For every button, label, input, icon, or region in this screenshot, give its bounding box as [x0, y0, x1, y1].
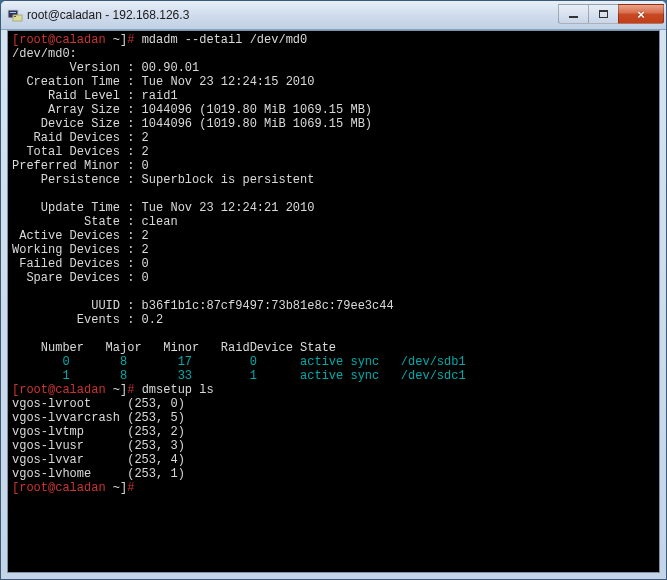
terminal-frame: [root@caladan ~]# mdadm --detail /dev/md… [7, 30, 660, 573]
close-button[interactable]: × [618, 4, 664, 24]
prompt-cwd: ~] [106, 33, 128, 47]
svg-rect-1 [10, 12, 16, 13]
mdadm-detail-4: Device Size : 1044096 (1019.80 MiB 1069.… [12, 117, 372, 131]
mdadm-detail-5: Raid Devices : 2 [12, 131, 149, 145]
mdadm-detail-12: Active Devices : 2 [12, 229, 149, 243]
command-dmsetup: dmsetup ls [134, 383, 213, 397]
mdadm-detail-14: Failed Devices : 0 [12, 257, 149, 271]
svg-rect-3 [14, 16, 16, 17]
table-row: 1 8 33 1 active sync /dev/sdc1 [12, 369, 466, 383]
terminal-content: [root@caladan ~]# mdadm --detail /dev/md… [12, 33, 659, 495]
list-item: vgos-lvvarcrash (253, 5) [12, 411, 185, 425]
prompt-userhost: [root@caladan [12, 383, 106, 397]
mdadm-detail-15: Spare Devices : 0 [12, 271, 149, 285]
mdadm-detail-7: Preferred Minor : 0 [12, 159, 149, 173]
table-row: 0 8 17 0 active sync /dev/sdb1 [12, 355, 466, 369]
minimize-button[interactable] [558, 4, 588, 24]
list-item: vgos-lvtmp (253, 2) [12, 425, 185, 439]
mdadm-detail-1: Creation Time : Tue Nov 23 12:24:15 2010 [12, 75, 314, 89]
maximize-button[interactable] [588, 4, 618, 24]
mdadm-table-header: Number Major Minor RaidDevice State [12, 341, 336, 355]
prompt-userhost: [root@caladan [12, 481, 106, 495]
mdadm-detail-0: Version : 00.90.01 [12, 61, 199, 75]
mdadm-detail-3: Array Size : 1044096 (1019.80 MiB 1069.1… [12, 103, 372, 117]
putty-window: root@caladan - 192.168.126.3 × [root@cal… [0, 0, 667, 580]
mdadm-device: /dev/md0: [12, 47, 77, 61]
window-controls: × [558, 4, 664, 24]
command-mdadm: mdadm --detail /dev/md0 [134, 33, 307, 47]
prompt-userhost: [root@caladan [12, 33, 106, 47]
prompt-cwd: ~] [106, 481, 128, 495]
mdadm-detail-17: UUID : b36f1b1c:87cf9497:73b81e8c:79ee3c… [12, 299, 394, 313]
mdadm-detail-6: Total Devices : 2 [12, 145, 149, 159]
mdadm-detail-11: State : clean [12, 215, 178, 229]
putty-icon [7, 7, 23, 23]
svg-rect-2 [13, 15, 22, 21]
list-item: vgos-lvhome (253, 1) [12, 467, 185, 481]
mdadm-detail-10: Update Time : Tue Nov 23 12:24:21 2010 [12, 201, 314, 215]
window-title: root@caladan - 192.168.126.3 [27, 8, 558, 22]
prompt-cwd: ~] [106, 383, 128, 397]
mdadm-detail-18: Events : 0.2 [12, 313, 163, 327]
list-item: vgos-lvvar (253, 4) [12, 453, 185, 467]
prompt-hash: # [127, 481, 134, 495]
list-item: vgos-lvusr (253, 3) [12, 439, 185, 453]
terminal[interactable]: [root@caladan ~]# mdadm --detail /dev/md… [8, 31, 659, 572]
mdadm-detail-13: Working Devices : 2 [12, 243, 149, 257]
list-item: vgos-lvroot (253, 0) [12, 397, 185, 411]
mdadm-detail-2: Raid Level : raid1 [12, 89, 178, 103]
titlebar[interactable]: root@caladan - 192.168.126.3 × [1, 1, 666, 30]
mdadm-detail-8: Persistence : Superblock is persistent [12, 173, 314, 187]
